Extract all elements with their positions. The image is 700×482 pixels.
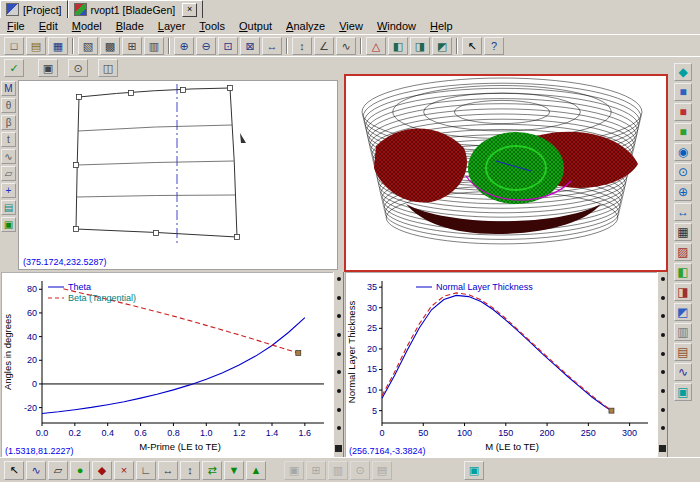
menu-blade[interactable]: Blade bbox=[109, 19, 151, 33]
spline-dot[interactable] bbox=[337, 389, 341, 393]
blade-3d-pane[interactable] bbox=[344, 74, 668, 272]
table-view-button[interactable]: ▥ bbox=[144, 37, 164, 55]
status-grip-button[interactable]: ▣ bbox=[464, 461, 484, 480]
menu-tools[interactable]: Tools bbox=[192, 19, 232, 33]
view-3d-wire-button[interactable]: ◩ bbox=[432, 37, 452, 55]
control-point[interactable] bbox=[74, 227, 79, 232]
select-tool-button[interactable]: ↖ bbox=[4, 461, 24, 480]
control-point[interactable] bbox=[154, 231, 159, 236]
meridional-view-button[interactable]: M bbox=[1, 81, 16, 96]
axes-toggle-button[interactable]: ∟ bbox=[136, 461, 156, 480]
edit-mode-button[interactable]: ▣ bbox=[38, 59, 58, 77]
pan-3d-button[interactable]: ↔ bbox=[674, 203, 692, 221]
spline-dot[interactable] bbox=[337, 426, 341, 430]
tab-bladegen[interactable]: rvopt1 [BladeGen] × bbox=[68, 0, 204, 18]
spline-dot[interactable] bbox=[661, 314, 665, 318]
apply-changes-button[interactable]: ✓ bbox=[4, 59, 24, 77]
control-point[interactable] bbox=[235, 235, 240, 240]
spline-dot[interactable] bbox=[337, 370, 341, 374]
meridional-pane[interactable]: (375.1724,232.5287) bbox=[18, 80, 338, 270]
spline-dot[interactable] bbox=[661, 408, 665, 412]
menu-view[interactable]: View bbox=[332, 19, 370, 33]
blade-display-button[interactable]: ◩ bbox=[674, 303, 692, 321]
zoom-extents-button[interactable]: ⊠ bbox=[240, 37, 260, 55]
control-point[interactable] bbox=[228, 86, 233, 91]
view-3d-shade-button[interactable]: ◨ bbox=[410, 37, 430, 55]
thickness-chart[interactable]: 0501001502002503005101520253035Normal La… bbox=[346, 273, 655, 456]
top-view-button[interactable]: ■ bbox=[674, 103, 692, 121]
measure-angle-button[interactable]: ∠ bbox=[314, 37, 334, 55]
spline-dot[interactable] bbox=[337, 277, 341, 281]
spline-dot[interactable] bbox=[661, 277, 665, 281]
flip-vertical-button[interactable]: ↕ bbox=[180, 461, 200, 480]
zoom-in-button[interactable]: ⊕ bbox=[174, 37, 194, 55]
spline-dot[interactable] bbox=[661, 296, 665, 300]
angle-chart-pane[interactable]: 0.00.20.40.60.81.01.21.41.6-20020406080T… bbox=[1, 272, 334, 459]
lock-points-button[interactable]: ▣ bbox=[284, 461, 304, 480]
spline-dot[interactable] bbox=[337, 314, 341, 318]
spline-dot[interactable] bbox=[337, 352, 341, 356]
report-view-button[interactable]: ▤ bbox=[674, 343, 692, 361]
meridional-sketch[interactable] bbox=[19, 81, 335, 251]
control-point[interactable] bbox=[181, 88, 186, 93]
menu-edit[interactable]: Edit bbox=[32, 19, 65, 33]
angle-chart[interactable]: 0.00.20.40.60.81.01.21.41.6-20020406080T… bbox=[2, 273, 331, 456]
strip-handle[interactable] bbox=[659, 445, 666, 452]
control-point[interactable] bbox=[74, 163, 79, 168]
pan-view-button[interactable]: ↔ bbox=[262, 37, 282, 55]
thickness-view-button[interactable]: t bbox=[1, 132, 16, 147]
swap-series-button[interactable]: ⇄ bbox=[202, 461, 222, 480]
point-mode-button[interactable]: ▱ bbox=[1, 166, 16, 181]
context-help-button[interactable]: ? bbox=[484, 37, 504, 55]
open-file-button[interactable]: ▤ bbox=[26, 37, 46, 55]
front-view-button[interactable]: ■ bbox=[674, 83, 692, 101]
rotate-view-button[interactable]: ◉ bbox=[674, 143, 692, 161]
axis-triad-button[interactable]: △ bbox=[366, 37, 386, 55]
side-view-button[interactable]: ■ bbox=[674, 123, 692, 141]
add-point-button[interactable]: + bbox=[1, 183, 16, 198]
control-point[interactable] bbox=[77, 95, 82, 100]
refresh-view-button[interactable]: ⊙ bbox=[68, 59, 88, 77]
menu-output[interactable]: Output bbox=[232, 19, 279, 33]
mesh-toggle-button[interactable]: ▦ bbox=[674, 223, 692, 241]
spline-dot[interactable] bbox=[661, 426, 665, 430]
spline-dot[interactable] bbox=[337, 296, 341, 300]
export-layer-button[interactable]: ▤ bbox=[1, 200, 16, 215]
spin-view-button[interactable]: ⊙ bbox=[674, 163, 692, 181]
stream-view-button[interactable]: ∿ bbox=[1, 149, 16, 164]
tab-project[interactable]: [Project] bbox=[0, 0, 68, 18]
close-icon[interactable]: × bbox=[182, 3, 197, 17]
mini-chart-button[interactable]: ∿ bbox=[674, 363, 692, 381]
reset-view-button[interactable]: ⊙ bbox=[350, 461, 370, 480]
link-points-button[interactable]: ⊞ bbox=[306, 461, 326, 480]
view-3d-box-button[interactable]: ◧ bbox=[388, 37, 408, 55]
surface-toggle-button[interactable]: ▨ bbox=[674, 243, 692, 261]
new-file-button[interactable]: □ bbox=[4, 37, 24, 55]
shroud-display-button[interactable]: ◨ bbox=[674, 283, 692, 301]
spline-dot[interactable] bbox=[661, 389, 665, 393]
layer-control-button[interactable]: ▩ bbox=[100, 37, 120, 55]
snapshot-view-button[interactable]: ▣ bbox=[1, 217, 16, 232]
menu-model[interactable]: Model bbox=[65, 19, 109, 33]
spline-dot[interactable] bbox=[337, 333, 341, 337]
add-node-button[interactable]: ● bbox=[70, 461, 90, 480]
menu-file[interactable]: File bbox=[0, 19, 32, 33]
flip-horizontal-button[interactable]: ↔ bbox=[158, 461, 178, 480]
marker-tool-button[interactable]: ◆ bbox=[92, 461, 112, 480]
cascade-display-button[interactable]: ▥ bbox=[674, 323, 692, 341]
control-point[interactable] bbox=[129, 91, 134, 96]
section-curve-button[interactable]: ∿ bbox=[336, 37, 356, 55]
menu-layer[interactable]: Layer bbox=[151, 19, 193, 33]
beta-view-button[interactable]: β bbox=[1, 115, 16, 130]
strip-handle[interactable] bbox=[335, 445, 342, 452]
measure-distance-button[interactable]: ↕ bbox=[292, 37, 312, 55]
pointer-select-button[interactable]: ↖ bbox=[462, 37, 482, 55]
grid-toggle-button[interactable]: ⊞ bbox=[122, 37, 142, 55]
spline-dot[interactable] bbox=[337, 408, 341, 412]
point-properties-button[interactable]: ▤ bbox=[372, 461, 392, 480]
spline-dot[interactable] bbox=[661, 333, 665, 337]
thickness-chart-pane[interactable]: 0501001502002503005101520253035Normal La… bbox=[345, 272, 658, 459]
zoom-3d-button[interactable]: ⊕ bbox=[674, 183, 692, 201]
spline-dot[interactable] bbox=[661, 370, 665, 374]
theta-view-button[interactable]: θ bbox=[1, 98, 16, 113]
